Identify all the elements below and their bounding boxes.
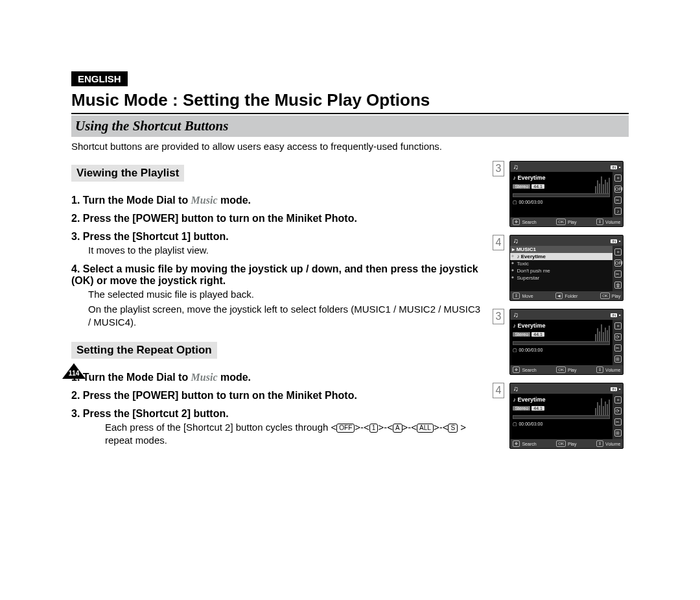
equalizer-icon — [595, 396, 610, 416]
repeat-mode-icon: S — [448, 424, 458, 433]
ok-icon: OK — [556, 440, 566, 447]
step-4: 4. Select a music file by moving the joy… — [71, 263, 484, 287]
bottom-volume-label: Volume — [605, 368, 620, 372]
repeat-step-2: 2. Press the [POWER] button to turn on t… — [71, 390, 484, 402]
grid-icon: ⊞ — [614, 355, 622, 363]
device-topbar: ♫ IN • — [510, 162, 623, 172]
music-note-icon: ♫ — [513, 385, 518, 392]
music-note-icon: ♫ — [513, 163, 518, 171]
device-main-playlist: ▸ MUSIC1 ♪ Everytime Toxic Don't push me… — [510, 246, 612, 291]
scissors-icon: ✂ — [614, 197, 622, 204]
step-1-suffix: mode. — [218, 195, 251, 206]
scissors-icon: ✂ — [614, 344, 622, 352]
stereo-badge: Stereo — [513, 184, 530, 189]
bottom-move-label: Move — [522, 294, 533, 298]
subheading-repeat-option: Setting the Repeat Option — [71, 342, 217, 359]
scissors-icon: ✂ — [614, 270, 622, 278]
repeat-off-icon: OFF — [614, 186, 622, 193]
eq-icon: ♪ — [614, 208, 622, 215]
step-3: 3. Press the [Shortcut 1] button. — [71, 231, 484, 243]
time-display: ▢ 00:00/03:00 — [513, 348, 610, 353]
figure-number: 3 — [493, 309, 504, 324]
device-screen: ♫ IN • ▸ MUSIC1 ♪ Everytime Toxic Don't … — [509, 235, 624, 301]
playlist-item: Superstar — [510, 274, 612, 282]
step-2: 2. Press the [POWER] button to turn on t… — [71, 213, 484, 224]
list-icon: ≡ — [614, 322, 622, 330]
list-icon: ≡ — [614, 396, 622, 403]
mode-word: Music — [191, 195, 218, 206]
storage-indicator: IN • — [609, 164, 620, 170]
device-screen: ♫ IN • ♪ Everytime Stereo 44.1 ▢ — [509, 309, 624, 375]
bottom-search-label: Search — [522, 368, 536, 372]
ok-icon: OK — [556, 366, 566, 373]
bottom-play-label: Play — [568, 220, 577, 224]
repeat-step-3: 3. Press the [Shortcut 2] button. — [71, 408, 484, 420]
repeat-step-1-suffix: mode. — [218, 372, 251, 383]
updown-icon: ⇕ — [513, 293, 520, 299]
playlist-item: Toxic — [510, 260, 612, 267]
device-bottombar: ⇕Move ◀Folder OKPlay — [510, 291, 623, 300]
step-4-sub2: On the playlist screen, move the joystic… — [88, 303, 484, 330]
title-rule — [71, 113, 629, 114]
section-title: Using the Shortcut Buttons — [75, 118, 228, 134]
dpad-icon: ✥ — [513, 440, 520, 447]
bottom-volume-label: Volume — [605, 442, 620, 446]
playlist-item-selected: ♪ Everytime — [510, 253, 612, 260]
language-badge: ENGLISH — [71, 71, 128, 86]
stereo-badge: Stereo — [513, 332, 530, 337]
ok-icon: OK — [556, 219, 566, 225]
music-note-icon: ♫ — [513, 237, 518, 245]
device-sidebar: ≡ OFF ✂ ♪ — [612, 172, 623, 217]
bottom-search-label: Search — [522, 442, 536, 446]
repeat-mode-icon: ALL — [417, 424, 434, 433]
trash-icon: 🗑 — [614, 282, 622, 289]
equalizer-icon — [595, 322, 610, 342]
repeat-sep: >-< — [378, 422, 393, 433]
repeat-step-3-sub: Each press of the [Shortcut 2] button cy… — [105, 421, 484, 448]
manual-page: ENGLISH Music Mode : Setting the Music P… — [0, 0, 700, 457]
figure-number: 4 — [493, 383, 504, 398]
device-screen: ♫ IN • ♪ Everytime Stereo 44.1 ▢ — [509, 161, 624, 227]
repeat-steps: 1. Turn the Mode Dial to Music mode. 2. … — [71, 372, 484, 448]
music-note-icon: ♫ — [513, 311, 518, 318]
dpad-icon: ✥ — [513, 219, 520, 225]
repeat-off-icon: OFF — [614, 259, 622, 267]
viewing-steps: 1. Turn the Mode Dial to Music mode. 2. … — [71, 195, 484, 329]
section-title-bar: Using the Shortcut Buttons — [71, 115, 629, 137]
figure-playlist: 4 ♫ IN • ▸ MUSIC1 ♪ Everytime Toxic Don'… — [493, 235, 629, 304]
progress-bar — [513, 415, 610, 419]
repeat-step-1: 1. Turn the Mode Dial to Music mode. — [71, 372, 484, 383]
device-sidebar: ≡ ⟳ ✂ ⊞ — [612, 394, 623, 439]
sample-rate-badge: 44.1 — [531, 332, 544, 337]
storage-indicator: IN • — [609, 238, 620, 244]
bottom-folder-label: Folder — [565, 294, 578, 298]
mode-word: Music — [191, 372, 218, 383]
repeat-sub-prefix: Each press of the [Shortcut 2] button cy… — [105, 422, 336, 433]
figure-nowplaying-a: 3 ♫ IN • ♪ Everytime Stereo 44.1 — [493, 161, 629, 230]
device-bottombar: ✥Search OKPlay ⇕Volume — [510, 439, 623, 448]
playlist-item: Don't push me — [510, 267, 612, 274]
bottom-play-label: Play — [568, 442, 577, 446]
bottom-play-label: Play — [568, 368, 577, 372]
storage-indicator: IN • — [609, 386, 620, 392]
figure-nowplaying-b: 3 ♫ IN • ♪ Everytime Stereo 44.1 — [493, 309, 629, 378]
bottom-search-label: Search — [522, 220, 536, 224]
page-number-marker: 114 — [62, 363, 86, 379]
device-bottombar: ✥Search OKPlay ⇕Volume — [510, 365, 623, 374]
grid-icon: ⊞ — [614, 429, 622, 437]
page-title: Music Mode : Setting the Music Play Opti… — [71, 90, 629, 110]
time-display: ▢ 00:00/03:00 — [513, 422, 610, 427]
list-icon: ≡ — [614, 174, 622, 182]
step-4-sub1: The selected music file is played back. — [88, 288, 484, 301]
device-bottombar: ✥Search OKPlay ⇕Volume — [510, 217, 623, 226]
list-icon: ≡ — [614, 248, 622, 256]
bottom-volume-label: Volume — [605, 220, 620, 224]
figure-number: 3 — [493, 161, 504, 176]
device-sidebar: ≡ ⟳ ✂ ⊞ — [612, 320, 623, 365]
device-topbar: ♫ IN • — [510, 309, 623, 320]
repeat-mode-icon: 1 — [369, 424, 379, 433]
device-main: ♪ Everytime Stereo 44.1 ▢ 00:00/03:00 — [510, 320, 612, 365]
device-main: ♪ Everytime Stereo 44.1 ▢ 00:00/03:00 — [510, 394, 612, 439]
left-icon: ◀ — [555, 293, 563, 299]
repeat-icon: ⟳ — [614, 407, 622, 414]
